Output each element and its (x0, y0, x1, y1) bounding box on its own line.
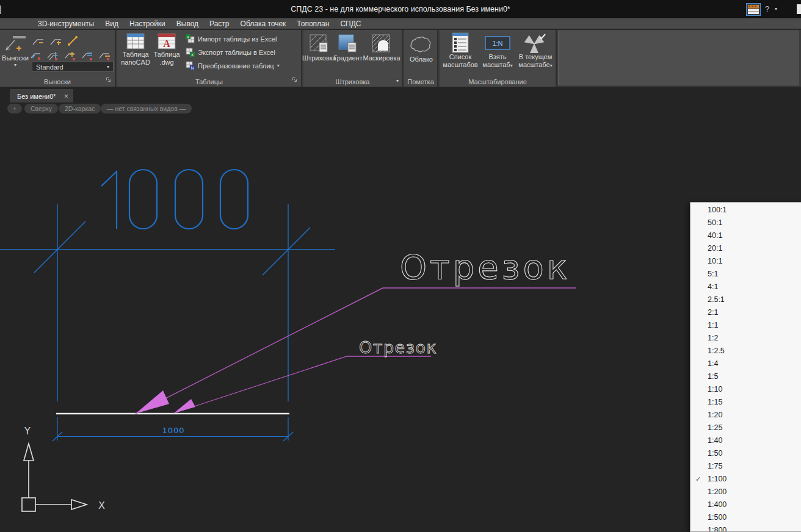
current-scale-label1: В текущем (519, 53, 552, 61)
menu-settings[interactable]: Настройки (129, 20, 165, 28)
app-window: СПДС 23 - не для коммерческого использов… (0, 0, 801, 532)
convert-tables-button[interactable]: N Преобразование таблиц ▾ (186, 61, 280, 70)
get-scale-button[interactable]: 1:N Взять масштаб▾ (480, 32, 515, 69)
document-tab-label: Без имени0* (17, 93, 56, 100)
scale-option[interactable]: 1:800 (690, 524, 801, 532)
mask-button[interactable]: Маскировка (363, 34, 400, 62)
panel-tables-label: Таблицы (117, 78, 301, 85)
panel-markup-label: Пометка (404, 78, 437, 85)
table-nanocad-label2: nanoCAD (121, 59, 150, 66)
leader-tools-row2[interactable] (29, 49, 115, 63)
scale-option[interactable]: 1:20 (690, 409, 801, 422)
convert-tables-icon: N (186, 61, 195, 70)
gradient-icon (338, 34, 358, 54)
menu-3d-tools[interactable]: 3D-инструменты (38, 20, 94, 28)
menu-topoplan[interactable]: Топоплан (297, 20, 329, 28)
scale-option[interactable]: 10:1 (690, 255, 801, 268)
export-excel-button[interactable]: x Экспорт таблицы в Excel (186, 48, 275, 57)
current-scale-button[interactable]: В текущем масштабе▾ (516, 32, 554, 69)
right-edge-artifact (797, 4, 801, 14)
scale-option[interactable]: 1:10 (690, 383, 801, 396)
current-scale-label2: масштабе▾ (518, 61, 552, 69)
scale-option[interactable]: 100:1 (690, 204, 801, 217)
hatch-panel-arrow[interactable]: ▾ (396, 74, 399, 85)
scale-option[interactable]: 1:200 (690, 486, 801, 498)
leader-icon (3, 32, 27, 54)
leaders-dialog-launcher[interactable] (106, 74, 111, 85)
panel-hatch-label: Штриховка (303, 78, 402, 85)
table-dwg-label2: .dwg (159, 59, 173, 66)
cloud-button[interactable]: Облако (407, 34, 435, 63)
selected-check-icon: ✓ (695, 473, 701, 486)
gradient-button-label: Градиент (333, 54, 362, 62)
scale-option[interactable]: 40:1 (690, 229, 801, 242)
svg-text:x: x (191, 52, 194, 57)
help-button[interactable]: ? (765, 4, 769, 13)
leader-style-combo[interactable]: Standard ▾ (32, 62, 114, 72)
mask-icon (371, 34, 392, 54)
scale-option[interactable]: 1:15 (690, 396, 801, 409)
table-nanocad-button[interactable]: Таблица nanoCAD (121, 32, 150, 66)
scale-option[interactable]: 1:75 (690, 460, 801, 473)
import-excel-button[interactable]: x Импорт таблицы из Excel (186, 34, 277, 43)
hatch-icon (309, 34, 330, 54)
drawing-canvas[interactable] (0, 102, 801, 532)
tab-close-icon[interactable]: × (64, 92, 68, 101)
document-tab[interactable]: Без имени0* × (10, 89, 73, 103)
scale-option[interactable]: 1:25 (690, 422, 801, 434)
ribbon-toggle-button[interactable] (746, 3, 761, 16)
excel-export-icon: x (186, 48, 195, 57)
scale-option[interactable]: 1:50 (690, 447, 801, 460)
viewport-view-control[interactable]: Сверху (24, 104, 58, 113)
scale-option[interactable]: 1:40 (690, 434, 801, 447)
table-dwg-label1: Таблица (153, 51, 179, 59)
leaders-big-button[interactable]: Выноски ▾ (1, 32, 29, 68)
tables-dialog-launcher[interactable] (292, 74, 297, 85)
menu-raster[interactable]: Растр (209, 20, 229, 28)
table-dwg-button[interactable]: A Таблица .dwg (153, 32, 181, 66)
leader-tools-row1[interactable] (31, 34, 114, 48)
svg-text:A: A (163, 38, 170, 49)
menu-view[interactable]: Вид (105, 20, 118, 28)
hatch-button[interactable]: Штриховка (305, 34, 334, 62)
panel-leaders-label: Выноски (0, 78, 115, 85)
scale-option[interactable]: ✓1:100 (690, 473, 801, 486)
viewport-plus-control[interactable]: + (7, 104, 22, 113)
panel-leaders: Выноски ▾ Standard ▾ Выноски (0, 30, 116, 87)
table-nanocad-icon (126, 32, 145, 51)
scale-option[interactable]: 20:1 (690, 242, 801, 255)
scale-list-icon (451, 32, 469, 53)
excel-import-icon: x (186, 34, 195, 43)
scale-option[interactable]: 1:500 (690, 511, 801, 524)
menu-output[interactable]: Вывод (176, 20, 198, 28)
scale-option[interactable]: 4:1 (690, 281, 801, 293)
scale-list-label1: Список (449, 53, 472, 61)
get-scale-label2: масштаб▾ (482, 61, 512, 69)
viewport-linked-views-control[interactable]: — нет связанных видов — (101, 104, 192, 113)
menu-spds[interactable]: СПДС (340, 20, 361, 28)
scale-option[interactable]: 1:2 (690, 332, 801, 345)
ribbon-icon (747, 4, 760, 15)
window-title: СПДС 23 - не для коммерческого использов… (0, 0, 801, 18)
gradient-button[interactable]: Градиент (334, 34, 362, 62)
help-dropdown-arrow-icon[interactable]: ▾ (775, 6, 777, 12)
menu-point-clouds[interactable]: Облака точек (241, 20, 286, 28)
scale-option[interactable]: 5:1 (690, 268, 801, 281)
scale-option[interactable]: 50:1 (690, 217, 801, 229)
cloud-button-label: Облако (410, 56, 433, 63)
scale-option[interactable]: 1:2.5 (690, 345, 801, 358)
get-scale-label1: Взять (488, 53, 506, 61)
scale-option[interactable]: 1:400 (690, 498, 801, 511)
panel-markup: Облако Пометка (404, 30, 438, 87)
scale-option[interactable]: 2:1 (690, 306, 801, 319)
scale-option[interactable]: 1:1 (690, 319, 801, 332)
hatch-panel-arrow-icon: ▾ (396, 78, 399, 84)
scale-option[interactable]: 1:5 (690, 370, 801, 383)
document-tab-bar: Без имени0* × (0, 87, 801, 102)
table-dwg-icon: A (157, 32, 176, 51)
scale-list-button[interactable]: Список масштабов (443, 32, 477, 69)
scale-dropdown-list: 100:150:140:120:110:15:14:12.5:12:11:11:… (690, 202, 801, 532)
scale-option[interactable]: 1:4 (690, 358, 801, 370)
scale-option[interactable]: 2.5:1 (690, 293, 801, 306)
viewport-visual-style-control[interactable]: 2D-каркас (59, 104, 101, 113)
